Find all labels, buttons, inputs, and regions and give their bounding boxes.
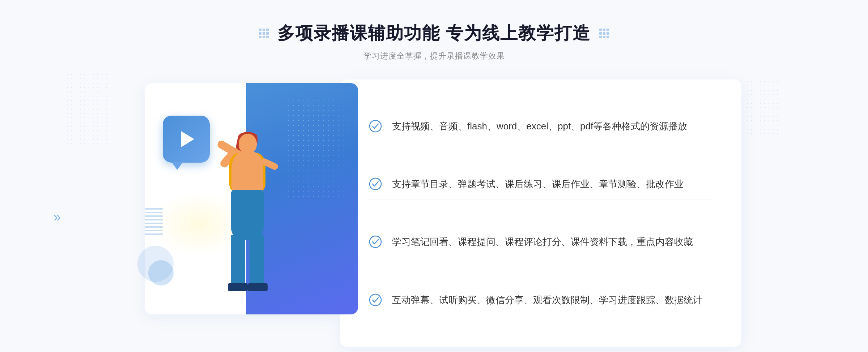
page-container: » 多项录播课辅助功能 专为线上教学打造 学习进度全掌握，提升录播课教学效果 《 [0, 0, 868, 352]
illustration-area: 《 [127, 83, 351, 329]
feature-item-4: 互动弹幕、试听购买、微信分享、观看次数限制、学习进度跟踪、数据统计 [369, 286, 712, 315]
chevron-left-icon: » [54, 210, 61, 225]
title-right-decorator [599, 29, 609, 38]
feature-text-3: 学习笔记回看、课程提问、课程评论打分、课件资料下载，重点内容收藏 [392, 235, 693, 250]
feature-text-1: 支持视频、音频、flash、word、excel、ppt、pdf等各种格式的资源… [392, 119, 687, 134]
figure-leg-left [231, 235, 245, 286]
feature-item-2: 支持章节目录、弹题考试、课后练习、课后作业、章节测验、批改作业 [369, 169, 712, 199]
svg-point-2 [370, 236, 381, 248]
features-panel: 支持视频、音频、flash、word、excel、ppt、pdf等各种格式的资源… [340, 80, 741, 347]
figure-shoe-left [228, 283, 248, 291]
figure-body [231, 151, 263, 194]
main-title: 多项录播课辅助功能 专为线上教学打造 [277, 22, 590, 45]
svg-point-3 [370, 294, 381, 306]
deco-lines-decoration [145, 206, 166, 235]
figure-leg-right [250, 235, 264, 286]
check-circle-icon-2 [369, 177, 382, 190]
check-circle-icon-1 [369, 120, 382, 133]
figure-pants [231, 190, 264, 240]
svg-point-1 [370, 178, 381, 190]
main-content: 《 [127, 80, 741, 347]
figure-shoe-right [248, 283, 268, 291]
header-section: 多项录播课辅助功能 专为线上教学打造 学习进度全掌握，提升录播课教学效果 [259, 22, 609, 61]
figure-illustration [192, 134, 293, 307]
feature-text-4: 互动弹幕、试听购买、微信分享、观看次数限制、学习进度跟踪、数据统计 [392, 293, 702, 308]
svg-point-0 [370, 120, 381, 132]
bg-dots-right-decoration [745, 80, 781, 137]
subtitle: 学习进度全掌握，提升录播课教学效果 [259, 51, 609, 61]
check-circle-icon-4 [369, 293, 382, 306]
title-left-decorator [259, 29, 269, 38]
deco-circle-small [148, 260, 174, 286]
feature-item-3: 学习笔记回看、课程提问、课程评论打分、课件资料下载，重点内容收藏 [369, 227, 712, 257]
check-circle-icon-3 [369, 235, 382, 248]
figure-head [239, 134, 257, 154]
title-row: 多项录播课辅助功能 专为线上教学打造 [259, 22, 609, 45]
feature-item-1: 支持视频、音频、flash、word、excel、ppt、pdf等各种格式的资源… [369, 112, 712, 142]
bg-dots-left-decoration [65, 72, 109, 145]
feature-text-2: 支持章节目录、弹题考试、课后练习、课后作业、章节测验、批改作业 [392, 177, 684, 192]
